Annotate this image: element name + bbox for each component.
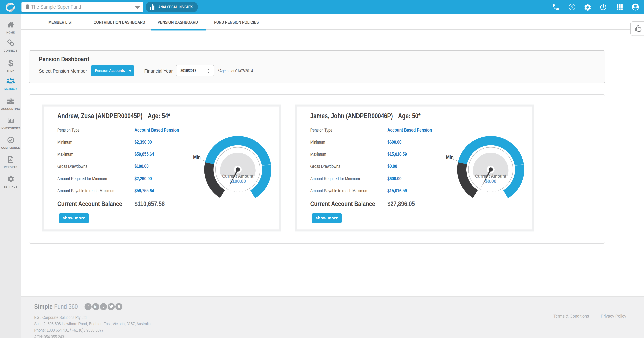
svg-text:$: $ [8, 59, 13, 68]
svg-text:Current Amount: Current Amount [222, 174, 254, 179]
svg-text:$100.00: $100.00 [230, 179, 246, 184]
svg-text:Min: Min [193, 154, 201, 160]
svg-text:?: ? [570, 4, 574, 10]
svg-text:Min: Min [446, 154, 454, 160]
svg-text:Current Amount: Current Amount [475, 174, 506, 179]
svg-text:$0.00: $0.00 [485, 179, 496, 184]
